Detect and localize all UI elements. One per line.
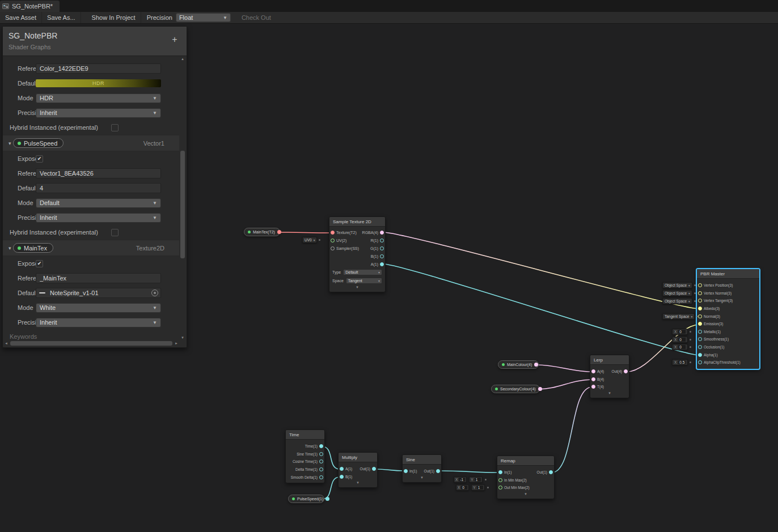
save-asset-button[interactable]: Save Asset xyxy=(0,12,42,23)
port-lerp-a[interactable]: A(4) xyxy=(590,368,604,376)
out-max-y-field[interactable]: Y1 xyxy=(471,484,484,491)
port-multiply-a[interactable]: A(1) xyxy=(339,465,352,473)
port-dot-occlusion[interactable] xyxy=(698,345,702,349)
port-dot-sampler[interactable] xyxy=(331,246,335,250)
port-dot-albedo[interactable] xyxy=(698,307,702,310)
port-emission[interactable]: Emission(3) xyxy=(697,320,759,328)
node-time[interactable]: Time Time(1) Sine Time(1) Cosine Time(1)… xyxy=(285,429,325,483)
port-delta-time[interactable]: Delta Time(1) xyxy=(286,466,324,474)
port-dot-maincolour-out[interactable] xyxy=(534,363,538,367)
port-vertex-normal[interactable]: Vertex Normal(3) xyxy=(697,290,759,297)
port-dot-lerp-a[interactable] xyxy=(591,369,595,373)
port-uv[interactable]: UV(2) xyxy=(329,236,359,244)
port-dot-metallic[interactable] xyxy=(698,330,702,334)
space-dropdown[interactable]: Tangent▾ xyxy=(346,278,382,284)
port-dot-smoothness[interactable] xyxy=(698,337,702,341)
vertex-position-space-dropdown[interactable]: Object Space▾ xyxy=(662,282,692,288)
node-lerp[interactable]: Lerp A(4) B(4) T(4) Out(4) ▾ xyxy=(590,355,629,398)
port-dot-vertex-normal[interactable] xyxy=(698,291,702,295)
port-dot-uv[interactable] xyxy=(331,239,335,242)
in-min-x-field[interactable]: X-1 xyxy=(454,476,467,483)
port-dot-lerp-t[interactable] xyxy=(591,385,595,389)
pulsespeed-exposed-checkbox[interactable] xyxy=(36,155,43,163)
port-dot-remap-in[interactable] xyxy=(498,470,502,474)
node-title[interactable]: Multiply xyxy=(339,453,377,462)
node-title[interactable]: Sample Texture 2D xyxy=(329,217,385,227)
node-title[interactable]: Remap xyxy=(497,456,554,466)
maintex-precision-dropdown[interactable]: Inherit▼ xyxy=(36,318,161,327)
document-tab[interactable]: SG_NotePBR* xyxy=(0,1,60,12)
port-lerp-out[interactable]: Out(4) xyxy=(612,368,629,376)
port-sine-in[interactable]: In(1) xyxy=(403,467,417,475)
port-normal[interactable]: Normal(3) xyxy=(697,312,759,320)
port-a[interactable]: A(1) xyxy=(362,260,385,268)
port-dot-delta-time[interactable] xyxy=(319,467,323,471)
property-node-secondarycolour[interactable]: SecondaryColour(4) xyxy=(491,385,540,393)
alphaclipthreshold-value-field[interactable]: X0.5 xyxy=(672,359,688,365)
foldout-chevron-icon[interactable]: ▾ xyxy=(3,141,13,146)
edge-remap-to-lerp-t[interactable] xyxy=(552,387,592,473)
vertical-scroll-thumb[interactable] xyxy=(180,151,185,258)
port-alphaclipthreshold[interactable]: AlphaClipThreshold(1) xyxy=(697,359,759,367)
port-dot-secondarycolour-out[interactable] xyxy=(538,387,542,391)
save-as-button[interactable]: Save As... xyxy=(42,12,81,23)
edge-secondarycolour-to-lerp-b[interactable] xyxy=(538,380,592,389)
port-dot-alpha[interactable] xyxy=(698,353,702,357)
uv-channel-dropdown[interactable]: UV0▾ xyxy=(302,237,317,243)
port-remap-in-min-max[interactable]: In Min Max(2) xyxy=(497,476,530,484)
maintex-exposed-checkbox[interactable] xyxy=(36,260,43,267)
port-dot-rgba[interactable] xyxy=(380,231,384,235)
port-dot-vertex-position[interactable] xyxy=(698,283,702,287)
port-dot-g[interactable] xyxy=(380,246,384,250)
node-sine[interactable]: Sine In(1) Out(1) ▾ xyxy=(402,454,442,483)
hdr-color-swatch[interactable]: HDR xyxy=(36,79,161,87)
port-dot-multiply-b[interactable] xyxy=(340,475,344,479)
smoothness-value-field[interactable]: X0 xyxy=(672,337,688,343)
port-g[interactable]: G(1) xyxy=(362,244,385,252)
port-remap-out[interactable]: Out(1) xyxy=(537,469,554,476)
port-dot-r[interactable] xyxy=(380,239,384,242)
port-dot-normal[interactable] xyxy=(698,314,702,318)
color-reference-input[interactable] xyxy=(36,63,161,74)
port-metallic[interactable]: Metallic(1) xyxy=(697,328,759,336)
port-multiply-out[interactable]: Out(1) xyxy=(360,465,377,473)
port-dot-sine-time[interactable] xyxy=(319,452,323,456)
foldout-chevron-icon[interactable]: ▾ xyxy=(3,245,13,251)
color-hybrid-checkbox[interactable] xyxy=(111,124,119,131)
port-dot-a[interactable] xyxy=(380,262,384,266)
metallic-value-field[interactable]: X0 xyxy=(672,329,688,335)
property-node-maintex[interactable]: MainTex(T2) xyxy=(244,228,280,236)
port-remap-in[interactable]: In(1) xyxy=(497,469,530,476)
out-min-x-field[interactable]: X0 xyxy=(456,484,469,491)
collapse-chevron-icon[interactable]: ▾ xyxy=(329,285,385,291)
maintex-pill[interactable]: MainTex xyxy=(13,243,53,253)
scroll-right-arrow-icon[interactable]: ► xyxy=(174,341,179,346)
port-dot-texture[interactable] xyxy=(331,231,335,235)
port-dot-sine-in[interactable] xyxy=(404,469,408,473)
blackboard-horizontal-scrollbar[interactable]: ◄ ► xyxy=(3,340,179,347)
graph-canvas[interactable]: Sample Texture 2D Texture(T2) UV(2) Samp… xyxy=(0,24,778,532)
property-row-pulsespeed[interactable]: ▾ PulseSpeed Vector1 xyxy=(3,135,179,151)
maintex-reference-input[interactable] xyxy=(36,273,161,283)
node-remap[interactable]: Remap In(1) In Min Max(2) Out Min Max(2)… xyxy=(497,456,555,499)
node-title[interactable]: Time xyxy=(286,430,324,440)
maintex-texture-object-field[interactable]: NoteSprite_v1-01 xyxy=(36,288,161,298)
port-dot-emission[interactable] xyxy=(698,322,702,326)
precision-dropdown[interactable]: Float ▼ xyxy=(176,13,231,22)
port-occlusion[interactable]: Occlusion(1) xyxy=(697,343,759,351)
pulsespeed-precision-dropdown[interactable]: Inherit▼ xyxy=(36,213,161,223)
port-dot-pulsespeed-out[interactable] xyxy=(325,497,329,501)
pulsespeed-pill[interactable]: PulseSpeed xyxy=(13,138,64,148)
edge-maincolour-to-lerp-a[interactable] xyxy=(536,365,592,372)
node-multiply[interactable]: Multiply A(1) B(1) Out(1) ▾ xyxy=(338,452,378,488)
port-lerp-b[interactable]: B(4) xyxy=(590,376,604,384)
blackboard-panel[interactable]: SG_NotePBR Shader Graphs + Reference Def… xyxy=(2,26,187,348)
port-dot-multiply-a[interactable] xyxy=(340,467,344,471)
collapse-chevron-icon[interactable]: ▾ xyxy=(590,391,629,397)
node-pbr-master[interactable]: PBR Master Vertex Position(3) Vertex Nor… xyxy=(696,269,760,369)
horizontal-scroll-thumb[interactable] xyxy=(10,341,172,346)
port-time[interactable]: Time(1) xyxy=(286,442,324,450)
vertex-normal-space-dropdown[interactable]: Object Space▾ xyxy=(662,290,692,296)
edge-alpha-to-alpha[interactable] xyxy=(383,264,699,355)
vertex-tangent-space-dropdown[interactable]: Object Space▾ xyxy=(662,298,692,304)
